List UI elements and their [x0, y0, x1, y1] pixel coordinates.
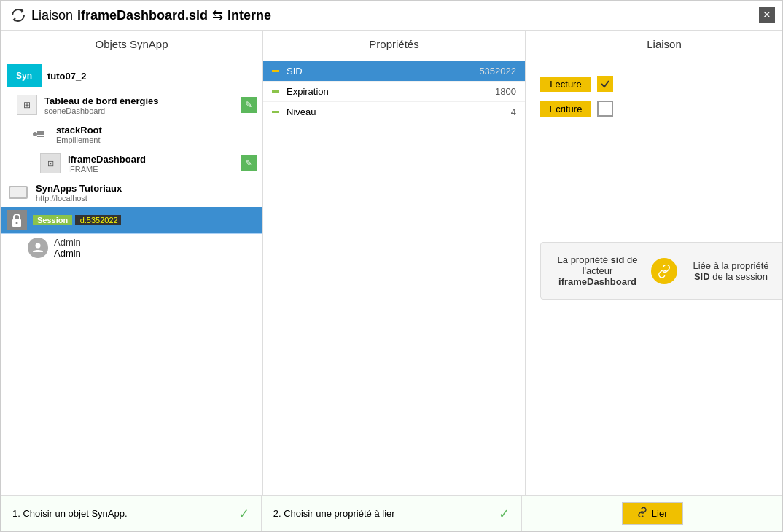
step2-text: 2. Choisir une propriété à lier: [273, 508, 395, 519]
lecture-label: Lecture: [540, 77, 591, 92]
dialog-body: Objets SynApp Syn tuto07_2 ⊞ Tableau de …: [1, 31, 782, 495]
stack-icon: [28, 124, 49, 144]
svg-rect-5: [10, 187, 26, 197]
info-box: La propriété sid de l'acteur iframeDashb…: [540, 242, 782, 300]
prop-dash-sid: [272, 70, 279, 72]
lier-link-icon: [637, 507, 647, 520]
item-title: stackRoot: [56, 125, 257, 136]
svg-point-7: [16, 222, 18, 224]
title-prefix: Liaison: [31, 8, 73, 23]
session-badge: Session: [33, 215, 72, 225]
close-button[interactable]: ✕: [759, 7, 775, 23]
svg-point-8: [36, 243, 41, 249]
edit-icon[interactable]: ✎: [241, 97, 257, 113]
step1-check: ✓: [238, 506, 249, 522]
svg-point-0: [33, 132, 37, 136]
item-subtitle: IFRAME: [68, 165, 241, 173]
prop-row-niveau[interactable]: Niveau 4: [263, 102, 525, 122]
prop-name-expiration: Expiration: [287, 86, 495, 97]
item-subtitle: sceneDashboard: [44, 106, 241, 115]
step1-text: 1. Choisir un objet SynApp.: [12, 508, 128, 519]
prop-dash-niveau: [272, 111, 279, 113]
link-icon: [651, 258, 677, 284]
session-item[interactable]: Session id:5352022: [1, 207, 262, 233]
info-left-text: La propriété sid de l'acteur iframeDashb…: [553, 254, 642, 287]
item-title: SynApps Tutoriaux: [36, 183, 257, 194]
item-title: tuto07_2: [47, 71, 257, 82]
prop-row-expiration[interactable]: Expiration 1800: [263, 82, 525, 102]
right-panel-content: Lecture Ecriture: [526, 58, 782, 495]
lier-label: Lier: [652, 508, 668, 519]
network-icon: [8, 182, 28, 203]
right-panel-header: Liaison: [526, 31, 782, 58]
admin-item[interactable]: Admin Admin: [1, 233, 262, 262]
list-item[interactable]: ⊡ iframeDashboard IFRAME ✎: [1, 149, 262, 178]
prop-dash-expiration: [272, 90, 279, 93]
edit-icon[interactable]: ✎: [241, 155, 257, 171]
mid-panel: Propriétés SID 5352022 Expiration 1800: [263, 31, 526, 495]
list-item[interactable]: stackRoot Empillement: [1, 120, 262, 149]
dialog-title: Liaison iframeDashboard.sid ⇆ Interne: [9, 7, 271, 24]
footer-step1: 1. Choisir un objet SynApp. ✓: [1, 496, 262, 531]
footer-step3: Lier: [522, 496, 782, 531]
liaison-options: Lecture Ecriture: [526, 61, 782, 314]
mid-panel-content: SID 5352022 Expiration 1800 Niveau 4: [263, 58, 525, 495]
left-panel-header: Objets SynApp: [1, 31, 262, 58]
item-subtitle: Empillement: [56, 136, 257, 144]
dialog: Liaison iframeDashboard.sid ⇆ Interne ✕ …: [0, 0, 783, 532]
item-subtitle: http://localhost: [36, 194, 257, 203]
ecriture-label: Ecriture: [540, 101, 591, 117]
item-subtitle: Admin: [54, 248, 81, 259]
prop-value-expiration: 1800: [495, 86, 516, 97]
admin-avatar: [28, 238, 48, 258]
right-panel: Liaison Lecture Ecriture: [526, 31, 782, 495]
left-panel-content: Syn tuto07_2 ⊞ Tableau de bord énergies …: [1, 58, 262, 495]
lier-button[interactable]: Lier: [622, 502, 683, 525]
tableau-icon: ⊞: [17, 95, 37, 115]
ecriture-checkbox[interactable]: [597, 101, 613, 117]
dialog-footer: 1. Choisir un objet SynApp. ✓ 2. Choisir…: [1, 495, 782, 531]
item-title: Admin: [54, 237, 81, 248]
step2-check: ✓: [499, 506, 510, 522]
lock-icon: [7, 210, 27, 230]
dialog-header: Liaison iframeDashboard.sid ⇆ Interne ✕: [1, 1, 782, 31]
list-item[interactable]: SynApps Tutoriaux http://localhost: [1, 178, 262, 207]
iframe-icon: ⊡: [40, 153, 61, 173]
lecture-row: Lecture: [540, 76, 613, 92]
ecriture-row: Ecriture: [540, 101, 613, 117]
session-id: id:5352022: [75, 215, 120, 225]
title-suffix: Interne: [227, 8, 271, 23]
footer-step2: 2. Choisir une propriété à lier ✓: [262, 496, 523, 531]
list-item[interactable]: Syn tuto07_2: [1, 61, 262, 90]
list-item[interactable]: ⊞ Tableau de bord énergies sceneDashboar…: [1, 90, 262, 120]
syn-logo: Syn: [7, 64, 42, 87]
prop-value-niveau: 4: [511, 106, 516, 117]
mid-panel-header: Propriétés: [263, 31, 525, 58]
left-panel: Objets SynApp Syn tuto07_2 ⊞ Tableau de …: [1, 31, 263, 495]
prop-value-sid: 5352022: [479, 66, 516, 77]
lecture-checkbox[interactable]: [597, 76, 613, 92]
prop-row-sid[interactable]: SID 5352022: [263, 61, 525, 82]
item-title: Tableau de bord énergies: [44, 95, 241, 106]
info-right-text: Liée à la propriété SID de la session: [686, 260, 776, 282]
prop-name-niveau: Niveau: [287, 106, 511, 117]
sync-icon: [9, 7, 27, 24]
title-actor: iframeDashboard.sid: [77, 8, 208, 23]
prop-name-sid: SID: [287, 66, 479, 77]
title-arrow: ⇆: [212, 7, 223, 23]
item-title: iframeDashboard: [68, 154, 241, 165]
